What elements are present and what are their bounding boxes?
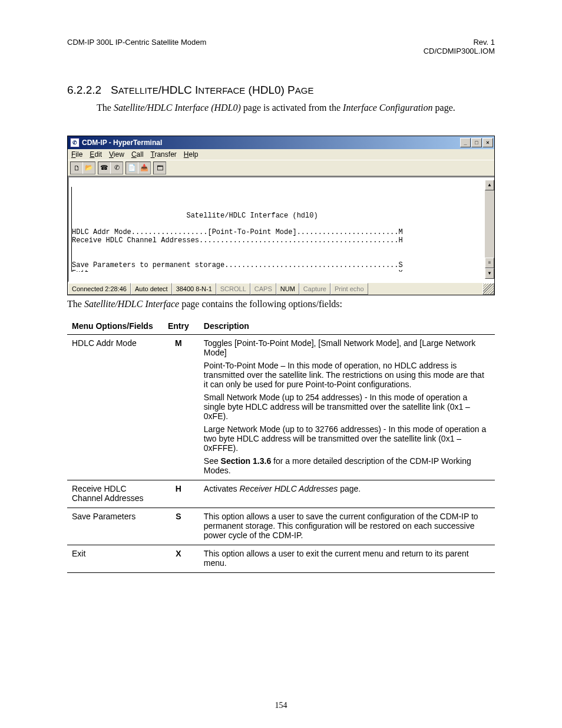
cell-description: This option allows a user to exit the cu…: [199, 545, 495, 572]
status-num: NUM: [276, 283, 299, 295]
running-header: CDM-IP 300L IP-Centric Satellite Modem R…: [67, 38, 495, 55]
close-button[interactable]: ×: [482, 138, 493, 147]
table-row: HDLC Addr ModeMToggles [Point-To-Point M…: [67, 334, 495, 480]
window-title: CDM-IP - HyperTerminal: [82, 139, 162, 147]
minimize-button[interactable]: _: [460, 138, 471, 147]
document-page: CDM-IP 300L IP-Centric Satellite Modem R…: [0, 0, 562, 728]
table-caption: The Satellite/HDLC Interface page contai…: [67, 299, 495, 309]
text: page contains the following options/fiel…: [179, 299, 342, 309]
terminal-text: Satellite/HDLC Interface (hdl0) HDLC Add…: [71, 187, 485, 272]
window-titlebar[interactable]: ✆ CDM-IP - HyperTerminal _ □ ×: [68, 136, 494, 149]
menu-help[interactable]: Help: [184, 150, 199, 159]
options-table: Menu Options/Fields Entry Description HD…: [67, 318, 495, 573]
maximize-button[interactable]: □: [471, 138, 482, 147]
intro-source: Interface Configuration: [343, 103, 432, 113]
status-caps: CAPS: [250, 283, 276, 295]
text: The: [97, 103, 114, 113]
properties-icon[interactable]: 🗔: [154, 162, 166, 174]
section-heading: 6.2.2.2 SATELLITE/HDLC INTERFACE (HDL0) …: [67, 84, 495, 97]
intro-pagename: Satellite/HDLC Interface (HDL0): [114, 103, 241, 113]
terminal-area[interactable]: Satellite/HDLC Interface (hdl0) HDLC Add…: [68, 176, 494, 282]
desc-paragraph: Point-To-Point Mode – In this mode of op…: [204, 361, 490, 389]
connect-icon[interactable]: ☎: [98, 162, 110, 174]
status-printecho: Print echo: [330, 283, 368, 295]
menu-call[interactable]: Call: [131, 150, 144, 159]
app-icon: ✆: [70, 138, 80, 147]
col-entry: Entry: [158, 318, 199, 335]
text: page is activated from the: [241, 103, 343, 113]
cell-field: Save Parameters: [67, 508, 158, 545]
desc-paragraph: Small Network Mode (up to 254 addresses)…: [204, 393, 490, 421]
menu-view[interactable]: View: [109, 150, 124, 159]
scrollbar[interactable]: ▲ ≡ ▼: [485, 180, 494, 279]
table-row: Save ParametersSThis option allows a use…: [67, 508, 495, 545]
cell-description: Toggles [Point-To-Point Mode], [Small Ne…: [199, 334, 495, 480]
desc-paragraph: See Section 1.3.6 for a more detailed de…: [204, 456, 490, 475]
cell-field: Receive HDLC Channel Addresses: [67, 480, 158, 508]
status-connected: Connected 2:28:46: [68, 283, 131, 295]
resize-grip-icon[interactable]: [482, 283, 494, 295]
desc-paragraph: Toggles [Point-To-Point Mode], [Small Ne…: [204, 338, 490, 357]
status-autodetect: Auto detect: [131, 283, 172, 295]
disconnect-icon[interactable]: ✆: [110, 162, 123, 174]
desc-paragraph: Activates Receiver HDLC Addresses page.: [204, 484, 490, 493]
desc-paragraph: This option allows a user to save the cu…: [204, 512, 490, 540]
status-scroll: SCROLL: [216, 283, 250, 295]
menu-transfer[interactable]: Transfer: [151, 150, 177, 159]
text: The: [67, 299, 84, 309]
cell-description: Activates Receiver HDLC Addresses page.: [199, 480, 495, 508]
table-header-row: Menu Options/Fields Entry Description: [67, 318, 495, 335]
menu-file[interactable]: File: [71, 150, 82, 159]
desc-paragraph: This option allows a user to exit the cu…: [204, 549, 490, 568]
header-left: CDM-IP 300L IP-Centric Satellite Modem: [67, 38, 206, 55]
status-capture: Capture: [299, 283, 330, 295]
section-number: 6.2.2.2: [67, 84, 101, 96]
header-right: Rev. 1 CD/CDMIP300L.IOM: [424, 38, 495, 55]
text: page.: [433, 103, 455, 113]
cell-entry: S: [158, 508, 199, 545]
hyperterminal-window: ✆ CDM-IP - HyperTerminal _ □ × File Edit…: [67, 136, 495, 295]
cell-entry: H: [158, 480, 199, 508]
col-menu: Menu Options/Fields: [67, 318, 158, 335]
cell-entry: M: [158, 334, 199, 480]
open-icon[interactable]: 📂: [82, 162, 95, 174]
table-row: Receive HDLC Channel AddressesHActivates…: [67, 480, 495, 508]
section-title: SATELLITE/HDLC INTERFACE (HDL0) PAGE: [111, 84, 314, 96]
header-docid: CD/CDMIP300L.IOM: [424, 47, 495, 55]
cell-description: This option allows a user to save the cu…: [199, 508, 495, 545]
page-number: 154: [0, 701, 562, 710]
caption-pagename: Satellite/HDLC Interface: [84, 299, 179, 309]
col-description: Description: [199, 318, 495, 335]
new-icon[interactable]: 🗋: [71, 162, 82, 174]
table-row: ExitXThis option allows a user to exit t…: [67, 545, 495, 572]
scroll-up-icon[interactable]: ▲: [485, 180, 494, 190]
status-baud: 38400 8-N-1: [172, 283, 216, 295]
header-rev: Rev. 1: [424, 38, 495, 47]
cell-field: Exit: [67, 545, 158, 572]
cell-entry: X: [158, 545, 199, 572]
menu-bar: File Edit View Call Transfer Help: [68, 149, 494, 160]
scroll-down-icon[interactable]: ▼: [485, 268, 494, 279]
cell-field: HDLC Addr Mode: [67, 334, 158, 480]
intro-paragraph: The Satellite/HDLC Interface (HDL0) page…: [97, 101, 495, 114]
scroll-thumb[interactable]: ≡: [485, 258, 494, 268]
receive-icon[interactable]: 📥: [138, 162, 150, 174]
menu-edit[interactable]: Edit: [90, 150, 102, 159]
desc-paragraph: Large Network Mode (up to to 32766 addre…: [204, 424, 490, 453]
toolbar: 🗋 📂 ☎ ✆ 📄 📥 🗔: [68, 160, 494, 176]
status-bar: Connected 2:28:46 Auto detect 38400 8-N-…: [68, 282, 494, 295]
send-icon[interactable]: 📄: [126, 162, 138, 174]
